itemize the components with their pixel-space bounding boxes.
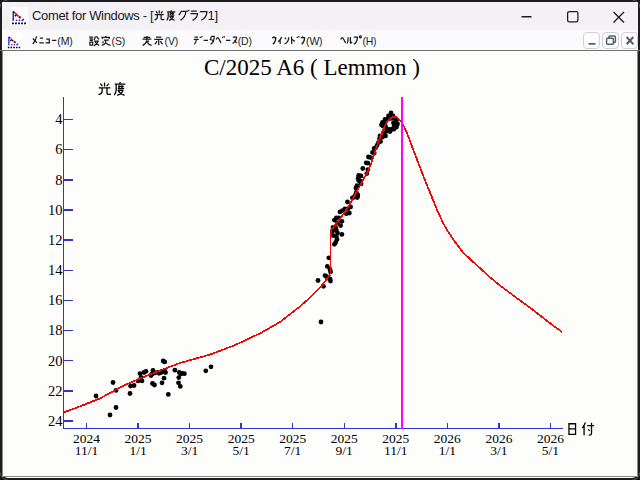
menu-item-window[interactable]: (W) (271, 34, 325, 49)
text-glyphs: (H) (340, 34, 379, 49)
mdi-close-button[interactable] (621, 32, 639, 49)
document-icon[interactable] (6, 33, 22, 49)
comet-lightcurve-icon (6, 33, 22, 49)
mdi-minimize-button[interactable] (583, 32, 601, 49)
mdi-close-icon (626, 37, 633, 44)
svg-text:Comet for Windows - [: Comet for Windows - [ (32, 8, 154, 23)
comet-lightcurve-icon (10, 7, 28, 25)
svg-text:(V): (V) (164, 35, 177, 47)
window-title: Comet for Windows - [1] (32, 3, 220, 29)
svg-text:(S): (S) (112, 35, 125, 47)
close-icon (614, 12, 625, 23)
mdi-restore-button[interactable] (602, 32, 620, 49)
title-bar: Comet for Windows - [1] (2, 2, 638, 30)
graph-window-client-area (2, 51, 638, 477)
menu-item-menu[interactable]: (M) (32, 34, 75, 49)
svg-text:(H): (H) (362, 35, 376, 47)
close-button[interactable] (594, 2, 640, 30)
text-glyphs: (D) (193, 34, 254, 49)
comet-for-windows-app: { "window": { "title": "Comet for Window… (0, 0, 640, 480)
text-glyphs: (W) (271, 34, 325, 49)
menu-bar: (M) (S) (V) (D) (W) (H) (2, 30, 638, 51)
mdi-restore-icon (606, 36, 615, 44)
text-glyphs: Comet for Windows - [1] (32, 3, 220, 29)
svg-text:(M): (M) (58, 35, 73, 47)
svg-text:(W): (W) (306, 35, 322, 47)
menu-item-view[interactable]: (V) (141, 34, 180, 49)
app-window: Comet for Windows - [1] (M) (S) (V) (D) … (0, 0, 640, 480)
minimize-button[interactable] (503, 2, 549, 30)
menu-item-database[interactable]: (D) (193, 34, 254, 49)
svg-text:1]: 1] (207, 8, 217, 23)
menu-item-help[interactable]: (H) (340, 34, 379, 49)
maximize-button[interactable] (549, 2, 595, 30)
menu-item-settings[interactable]: (S) (88, 34, 127, 49)
app-icon[interactable] (10, 7, 28, 25)
maximize-icon (568, 12, 578, 22)
text-glyphs: (V) (141, 34, 180, 49)
text-glyphs: (S) (88, 34, 127, 49)
svg-text:(D): (D) (237, 35, 251, 47)
text-glyphs: (M) (32, 34, 75, 49)
